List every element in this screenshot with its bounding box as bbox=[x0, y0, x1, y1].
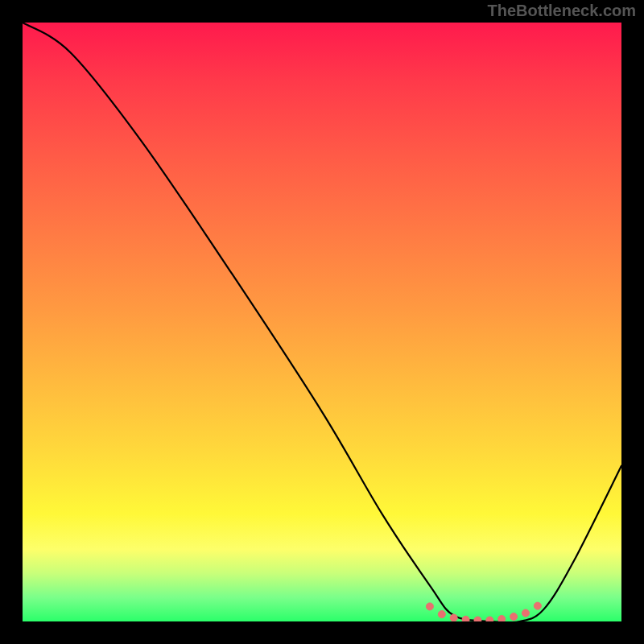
watermark-text: TheBottleneck.com bbox=[488, 2, 636, 20]
highlight-dot bbox=[438, 611, 445, 618]
curve-path bbox=[23, 23, 621, 621]
highlight-dot bbox=[462, 616, 469, 621]
highlight-dot bbox=[498, 616, 506, 621]
highlight-dot bbox=[450, 614, 457, 621]
highlight-dot bbox=[522, 609, 529, 617]
chart-frame: TheBottleneck.com bbox=[0, 0, 644, 644]
highlight-dot bbox=[510, 613, 518, 621]
bottleneck-curve bbox=[23, 23, 621, 621]
highlight-dot bbox=[474, 617, 481, 621]
highlight-dot bbox=[534, 602, 541, 609]
highlight-dot bbox=[486, 617, 493, 621]
highlight-dot bbox=[426, 603, 433, 610]
plot-area bbox=[23, 23, 621, 621]
